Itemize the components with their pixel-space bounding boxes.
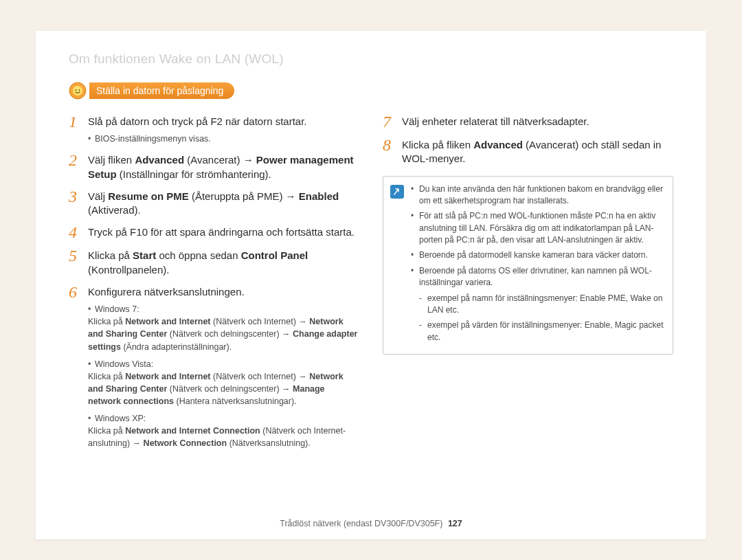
step: 4 Tryck på F10 för att spara ändringarna… [69,225,359,240]
section-heading-row: Ställa in datorn för påslagning [69,82,673,100]
step-number: 6 [69,284,84,300]
step-body: Konfigurera nätverksanslutningen. Window… [88,285,359,450]
step-number: 3 [69,188,84,205]
note-item: För att slå på PC:n med WOL-funktionen m… [411,210,664,246]
note-icon [390,185,404,199]
page: Om funktionen Wake on LAN (WOL) Ställa i… [36,31,706,539]
sub-text: BIOS-inställningsmenyn visas. [95,134,211,144]
step: 8 Klicka på fliken Advanced (Avancerat) … [383,138,673,166]
step-number: 8 [383,137,398,153]
step: 3 Välj Resume on PME (Återuppta på PME) … [69,190,359,218]
step-text: Konfigurera nätverksanslutningen. [88,286,245,298]
note-item: Beroende på datormodell kanske kameran b… [411,249,664,261]
column-left: 1 Slå på datorn och tryck på F2 när dato… [69,115,359,458]
step: 7 Välj enheter relaterat till nätverksad… [383,115,673,130]
sub-text: Windows 7:Klicka på Network and Internet… [88,304,357,351]
step: 2 Välj fliken Advanced (Avancerat) → Pow… [69,153,359,181]
step-number: 1 [69,113,84,130]
step-body: Välj Resume on PME (Återuppta på PME) → … [88,190,359,218]
page-title: Om funktionen Wake on LAN (WOL) [69,52,673,67]
note-item: Beroende på datorns OS eller drivrutiner… [411,265,664,289]
svg-point-3 [76,89,77,91]
note-box: Du kan inte använda den här funktionen b… [383,176,673,355]
note-item: Du kan inte använda den här funktionen b… [411,183,664,208]
step-body: Klicka på fliken Advanced (Avancerat) oc… [402,138,673,166]
footer-text: Trådlöst nätverk (endast DV300F/DV305F) [280,519,442,528]
section-heading-pill: Ställa in datorn för påslagning [89,82,234,99]
step: 5 Klicka på Start och öppna sedan Contro… [69,249,359,277]
svg-point-2 [73,86,82,96]
step-sub: Windows 7:Klicka på Network and Internet… [88,303,359,449]
step-number: 4 [69,224,84,240]
step-body: Tryck på F10 för att spara ändringarna o… [88,225,359,239]
step-number: 7 [383,113,398,130]
step-body: Klicka på Start och öppna sedan Control … [88,249,359,277]
step-body: Slå på datorn och tryck på F2 när datorn… [88,115,359,145]
step-number: 2 [69,152,84,168]
page-number: 127 [448,519,462,528]
note-sub-item: exempel på värden för inställningsmenyer… [411,320,664,344]
sub-text: Windows Vista:Klicka på Network and Inte… [88,359,344,406]
page-footer: Trådlöst nätverk (endast DV300F/DV305F) … [36,519,706,528]
step-body: Välj fliken Advanced (Avancerat) → Power… [88,153,359,181]
columns: 1 Slå på datorn och tryck på F2 när dato… [69,115,673,458]
svg-point-4 [79,89,80,91]
step-text: Slå på datorn och tryck på F2 när datorn… [88,115,307,127]
step-sub: BIOS-inställningsmenyn visas. [88,133,359,145]
step: 1 Slå på datorn och tryck på F2 när dato… [69,115,359,145]
sub-text: Windows XP:Klicka på Network and Interne… [88,414,346,448]
step: 6 Konfigurera nätverksanslutningen. Wind… [69,285,359,450]
sun-icon [69,82,87,100]
column-right: 7 Välj enheter relaterat till nätverksad… [383,115,673,355]
note-list: Du kan inte använda den här funktionen b… [411,183,664,348]
step-body: Välj enheter relaterat till nätverksadap… [402,115,673,128]
note-sub-item: exempel på namn för inställningsmenyer: … [411,293,664,317]
step-number: 5 [69,247,84,264]
